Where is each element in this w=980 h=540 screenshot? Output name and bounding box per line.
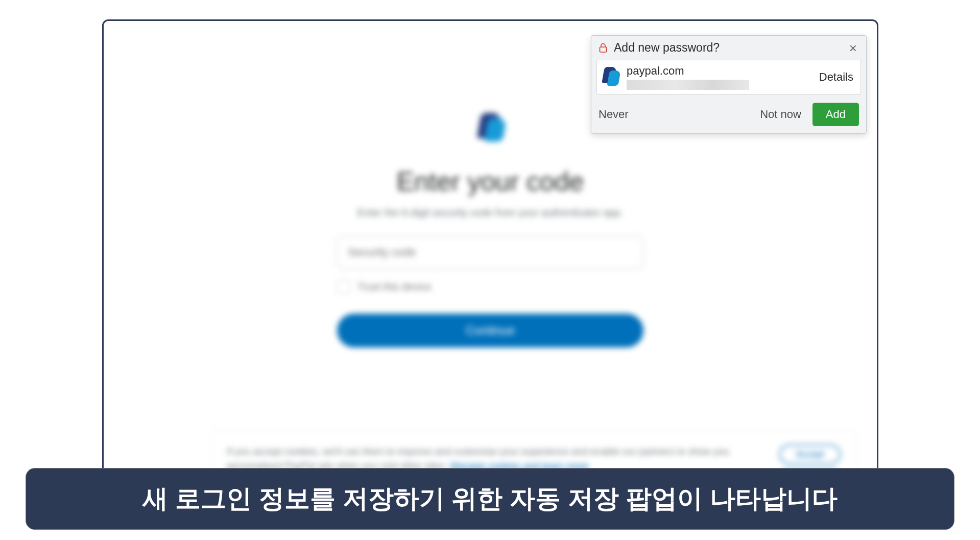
- paypal-logo: [476, 113, 505, 146]
- page-subtitle: Enter the 6-digit security code from you…: [104, 207, 877, 219]
- trust-device-row: Trust this device: [337, 280, 643, 293]
- page-title: Enter your code: [104, 166, 877, 197]
- never-button[interactable]: Never: [599, 108, 629, 121]
- popup-title: Add new password?: [614, 41, 841, 55]
- continue-button[interactable]: Continue: [337, 314, 643, 347]
- popup-redacted-username: [627, 80, 749, 90]
- details-link[interactable]: Details: [819, 71, 853, 84]
- cookie-accept-button[interactable]: Accept: [779, 444, 841, 464]
- trust-device-checkbox[interactable]: [337, 280, 350, 293]
- popup-site-domain: paypal.com: [627, 64, 812, 78]
- not-now-button[interactable]: Not now: [760, 108, 801, 121]
- popup-entry: paypal.com Details: [596, 60, 861, 95]
- screenshot-frame: Enter your code Enter the 6-digit securi…: [102, 19, 878, 489]
- add-button[interactable]: Add: [812, 103, 859, 126]
- security-code-input[interactable]: [337, 236, 643, 269]
- caption-bar: 새 로그인 정보를 저장하기 위한 자동 저장 팝업이 나타납니다: [26, 468, 954, 530]
- paypal-icon: [602, 67, 619, 87]
- close-icon[interactable]: ×: [847, 41, 859, 55]
- save-password-popup: Add new password? × paypal.com Details N…: [591, 35, 867, 134]
- popup-footer: Never Not now Add: [591, 95, 866, 133]
- trust-device-label: Trust this device: [357, 281, 432, 293]
- svg-rect-0: [600, 47, 607, 52]
- popup-header: Add new password? ×: [591, 36, 866, 60]
- popup-site-text: paypal.com: [627, 64, 812, 90]
- lock-icon: [599, 43, 608, 53]
